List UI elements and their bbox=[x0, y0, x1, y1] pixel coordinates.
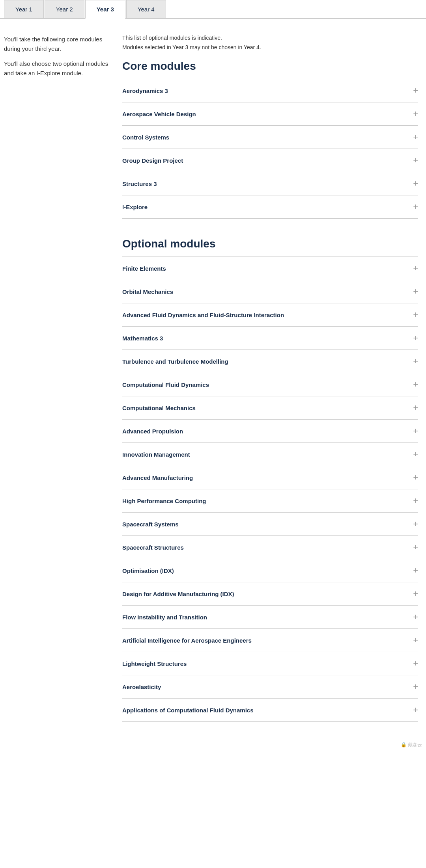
optional-module-item[interactable]: Finite Elements+ bbox=[122, 257, 418, 280]
optional-module-name: Computational Fluid Dynamics bbox=[122, 381, 209, 388]
core-module-name: Aerodynamics 3 bbox=[122, 87, 168, 94]
optional-module-name: Spacecraft Structures bbox=[122, 544, 184, 551]
expand-icon[interactable]: + bbox=[413, 334, 418, 342]
optional-module-name: Spacecraft Systems bbox=[122, 521, 179, 528]
optional-module-name: Orbital Mechanics bbox=[122, 288, 173, 295]
expand-icon[interactable]: + bbox=[413, 636, 418, 645]
expand-icon[interactable]: + bbox=[413, 450, 418, 459]
tab-year1[interactable]: Year 1 bbox=[4, 0, 44, 18]
tab-year2[interactable]: Year 2 bbox=[45, 0, 84, 18]
core-modules-section: Core modules Aerodynamics 3+Aerospace Ve… bbox=[122, 60, 418, 219]
expand-icon[interactable]: + bbox=[413, 133, 418, 141]
right-column: This list of optional modules is indicat… bbox=[122, 35, 418, 722]
expand-icon[interactable]: + bbox=[413, 380, 418, 389]
expand-icon[interactable]: + bbox=[413, 520, 418, 528]
main-content: You'll take the following core modules d… bbox=[0, 19, 426, 738]
expand-icon[interactable]: + bbox=[413, 357, 418, 366]
optional-module-item[interactable]: Computational Fluid Dynamics+ bbox=[122, 373, 418, 396]
core-module-item[interactable]: Aerodynamics 3+ bbox=[122, 79, 418, 102]
core-module-name: Structures 3 bbox=[122, 180, 157, 187]
optional-module-item[interactable]: Turbulence and Turbulence Modelling+ bbox=[122, 350, 418, 373]
expand-icon[interactable]: + bbox=[413, 427, 418, 435]
optional-module-item[interactable]: Advanced Fluid Dynamics and Fluid-Struct… bbox=[122, 303, 418, 327]
expand-icon[interactable]: + bbox=[413, 264, 418, 273]
core-module-name: Group Design Project bbox=[122, 157, 183, 164]
left-para-1: You'll take the following core modules d… bbox=[4, 35, 114, 54]
expand-icon[interactable]: + bbox=[413, 543, 418, 552]
optional-module-item[interactable]: High Performance Computing+ bbox=[122, 489, 418, 513]
optional-module-name: Finite Elements bbox=[122, 265, 166, 272]
optional-module-name: High Performance Computing bbox=[122, 498, 206, 504]
optional-module-name: Optimisation (IDX) bbox=[122, 567, 174, 574]
optional-module-item[interactable]: Spacecraft Systems+ bbox=[122, 513, 418, 536]
core-module-item[interactable]: I-Explore+ bbox=[122, 195, 418, 219]
expand-icon[interactable]: + bbox=[413, 613, 418, 621]
expand-icon[interactable]: + bbox=[413, 659, 418, 668]
expand-icon[interactable]: + bbox=[413, 156, 418, 165]
tab-year3[interactable]: Year 3 bbox=[85, 0, 125, 19]
optional-module-item[interactable]: Orbital Mechanics+ bbox=[122, 280, 418, 303]
core-module-name: I-Explore bbox=[122, 204, 148, 210]
optional-module-list: Finite Elements+Orbital Mechanics+Advanc… bbox=[122, 256, 418, 722]
optional-module-item[interactable]: Computational Mechanics+ bbox=[122, 396, 418, 420]
optional-module-name: Turbulence and Turbulence Modelling bbox=[122, 358, 228, 365]
optional-module-item[interactable]: Flow Instability and Transition+ bbox=[122, 606, 418, 629]
expand-icon[interactable]: + bbox=[413, 589, 418, 598]
optional-module-name: Advanced Manufacturing bbox=[122, 474, 193, 481]
core-module-item[interactable]: Group Design Project+ bbox=[122, 149, 418, 172]
optional-module-name: Advanced Fluid Dynamics and Fluid-Struct… bbox=[122, 312, 284, 318]
optional-module-name: Innovation Management bbox=[122, 451, 190, 458]
optional-module-name: Flow Instability and Transition bbox=[122, 614, 207, 621]
optional-modules-title: Optional modules bbox=[122, 238, 418, 250]
core-module-list: Aerodynamics 3+Aerospace Vehicle Design+… bbox=[122, 79, 418, 219]
year-tabs: Year 1 Year 2 Year 3 Year 4 bbox=[0, 0, 426, 19]
optional-module-item[interactable]: Innovation Management+ bbox=[122, 443, 418, 466]
optional-module-item[interactable]: Mathematics 3+ bbox=[122, 327, 418, 350]
optional-module-item[interactable]: Lightweight Structures+ bbox=[122, 652, 418, 675]
core-module-item[interactable]: Structures 3+ bbox=[122, 172, 418, 195]
optional-modules-section: Optional modules Finite Elements+Orbital… bbox=[122, 238, 418, 722]
expand-icon[interactable]: + bbox=[413, 179, 418, 188]
optional-module-item[interactable]: Advanced Propulsion+ bbox=[122, 420, 418, 443]
left-para-2: You'll also choose two optional modules … bbox=[4, 59, 114, 78]
optional-module-name: Artificial Intelligence for Aerospace En… bbox=[122, 637, 252, 644]
optional-module-name: Mathematics 3 bbox=[122, 335, 163, 342]
core-modules-title: Core modules bbox=[122, 60, 418, 72]
info-text-1: This list of optional modules is indicat… bbox=[122, 35, 418, 41]
expand-icon[interactable]: + bbox=[413, 310, 418, 319]
expand-icon[interactable]: + bbox=[413, 566, 418, 575]
optional-module-name: Advanced Propulsion bbox=[122, 428, 183, 435]
optional-module-item[interactable]: Aeroelasticity+ bbox=[122, 675, 418, 699]
expand-icon[interactable]: + bbox=[413, 473, 418, 482]
optional-module-name: Lightweight Structures bbox=[122, 660, 187, 667]
left-column: You'll take the following core modules d… bbox=[4, 35, 114, 722]
optional-module-item[interactable]: Spacecraft Structures+ bbox=[122, 536, 418, 559]
core-module-item[interactable]: Control Systems+ bbox=[122, 126, 418, 149]
expand-icon[interactable]: + bbox=[413, 682, 418, 691]
expand-icon[interactable]: + bbox=[413, 403, 418, 412]
optional-module-item[interactable]: Applications of Computational Fluid Dyna… bbox=[122, 699, 418, 722]
optional-module-name: Applications of Computational Fluid Dyna… bbox=[122, 707, 254, 714]
tab-year4[interactable]: Year 4 bbox=[126, 0, 166, 18]
expand-icon[interactable]: + bbox=[413, 287, 418, 296]
optional-module-name: Design for Additive Manufacturing (IDX) bbox=[122, 591, 234, 597]
expand-icon[interactable]: + bbox=[413, 706, 418, 714]
expand-icon[interactable]: + bbox=[413, 110, 418, 118]
optional-module-item[interactable]: Optimisation (IDX)+ bbox=[122, 559, 418, 582]
core-module-item[interactable]: Aerospace Vehicle Design+ bbox=[122, 102, 418, 126]
optional-module-item[interactable]: Artificial Intelligence for Aerospace En… bbox=[122, 629, 418, 652]
expand-icon[interactable]: + bbox=[413, 496, 418, 505]
optional-module-item[interactable]: Design for Additive Manufacturing (IDX)+ bbox=[122, 582, 418, 606]
optional-module-item[interactable]: Advanced Manufacturing+ bbox=[122, 466, 418, 489]
core-module-name: Aerospace Vehicle Design bbox=[122, 111, 196, 117]
core-module-name: Control Systems bbox=[122, 134, 169, 141]
optional-module-name: Aeroelasticity bbox=[122, 684, 161, 690]
expand-icon[interactable]: + bbox=[413, 203, 418, 211]
expand-icon[interactable]: + bbox=[413, 86, 418, 95]
info-text-2: Modules selected in Year 3 may not be ch… bbox=[122, 44, 418, 50]
optional-module-name: Computational Mechanics bbox=[122, 405, 196, 411]
watermark: 🔒 戴森云 bbox=[0, 738, 426, 750]
